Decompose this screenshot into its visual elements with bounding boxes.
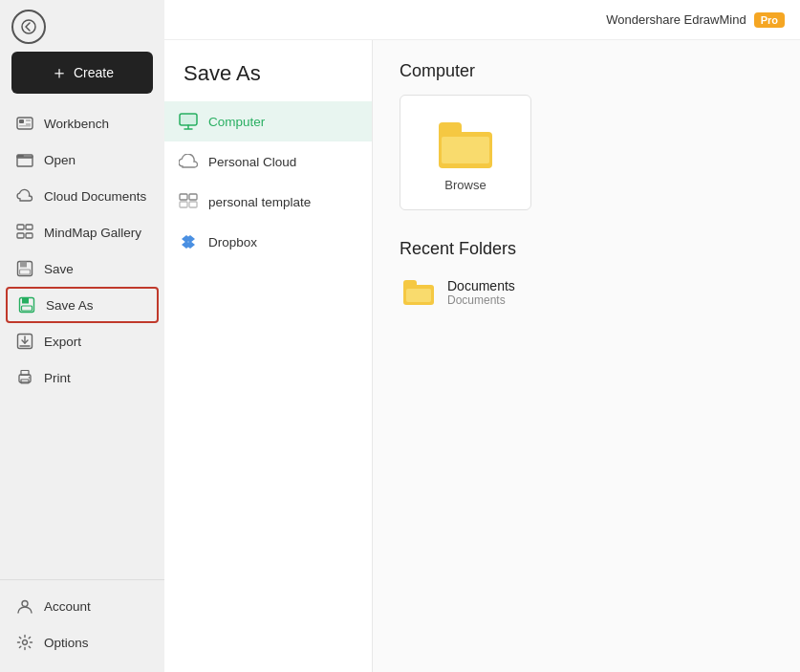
create-button[interactable]: ＋ Create — [11, 52, 153, 94]
save-label: Save — [44, 262, 74, 276]
sidebar-item-open[interactable]: Open — [0, 141, 164, 178]
options-icon — [15, 633, 34, 652]
svg-rect-29 — [189, 194, 197, 200]
print-icon — [15, 368, 34, 387]
brand-name: Wondershare EdrawMind — [606, 12, 746, 27]
svg-rect-17 — [22, 306, 32, 311]
svg-point-26 — [23, 640, 28, 645]
svg-point-25 — [22, 601, 28, 607]
personal-template-icon — [178, 191, 199, 212]
svg-rect-27 — [180, 114, 197, 125]
workbench-icon — [15, 114, 34, 133]
save-as-icon — [17, 295, 36, 314]
brand-area: Wondershare EdrawMind Pro — [606, 12, 785, 28]
browse-label: Browse — [444, 178, 486, 192]
export-label: Export — [44, 335, 81, 349]
browse-folder-icon — [439, 122, 492, 168]
personal-cloud-icon — [178, 151, 199, 172]
location-item-personal-cloud[interactable]: Personal Cloud — [164, 141, 372, 182]
mindmap-gallery-icon — [15, 223, 34, 242]
content-area: Save As Computer Personal Cl — [164, 40, 800, 672]
svg-rect-8 — [17, 225, 24, 229]
svg-rect-5 — [19, 125, 31, 127]
save-icon — [15, 259, 34, 278]
svg-rect-30 — [180, 202, 187, 207]
mindmap-gallery-label: MindMap Gallery — [44, 226, 141, 240]
computer-section-title: Computer — [400, 61, 773, 81]
svg-rect-10 — [17, 233, 24, 238]
options-label: Options — [44, 636, 89, 650]
location-item-personal-template[interactable]: personal template — [164, 182, 372, 222]
save-as-title: Save As — [164, 40, 372, 101]
svg-rect-1 — [17, 118, 32, 129]
recent-item-path: Documents — [447, 293, 515, 307]
recent-folders-title: Recent Folders — [400, 239, 773, 259]
location-label-dropbox: Dropbox — [208, 235, 257, 249]
browse-card[interactable]: Browse — [400, 95, 531, 210]
svg-rect-4 — [26, 123, 31, 125]
location-label-computer: Computer — [208, 115, 265, 129]
sidebar-item-workbench[interactable]: Workbench — [0, 105, 164, 141]
plus-icon: ＋ — [51, 61, 68, 84]
svg-rect-31 — [189, 202, 197, 207]
svg-rect-28 — [180, 194, 187, 200]
account-icon — [15, 596, 34, 616]
sidebar-nav: Workbench Open Cloud Documents — [0, 101, 164, 579]
back-button[interactable] — [11, 10, 46, 44]
location-item-computer[interactable]: Computer — [164, 101, 372, 141]
svg-rect-3 — [26, 119, 31, 121]
sidebar-item-save-as[interactable]: Save As — [6, 287, 159, 323]
sidebar-item-mindmap-gallery[interactable]: MindMap Gallery — [0, 214, 164, 250]
svg-rect-16 — [22, 298, 29, 304]
svg-point-24 — [29, 377, 31, 379]
open-label: Open — [44, 153, 76, 167]
svg-rect-9 — [26, 225, 32, 229]
svg-point-0 — [22, 20, 35, 33]
sidebar-item-export[interactable]: Export — [0, 323, 164, 359]
account-label: Account — [44, 599, 91, 614]
svg-rect-14 — [20, 270, 31, 274]
recent-item-info: Documents Documents — [447, 278, 515, 307]
recent-item-name: Documents — [447, 278, 515, 293]
sidebar-item-print[interactable]: Print — [0, 359, 164, 396]
cloud-documents-label: Cloud Documents — [44, 189, 146, 204]
location-label-personal-template: personal template — [208, 195, 311, 209]
cloud-documents-icon — [15, 186, 34, 206]
sidebar-header — [0, 0, 164, 52]
recent-folder-icon — [403, 280, 434, 305]
svg-rect-11 — [26, 233, 32, 238]
sidebar-bottom: Account Options — [0, 579, 164, 672]
location-item-dropbox[interactable]: Dropbox — [164, 222, 372, 262]
svg-rect-2 — [19, 119, 24, 123]
sidebar-item-save[interactable]: Save — [0, 250, 164, 287]
right-panel: Computer Browse Recent Folders — [373, 40, 800, 672]
create-label: Create — [74, 65, 114, 80]
top-bar: Wondershare EdrawMind Pro — [164, 0, 800, 40]
computer-icon — [178, 111, 199, 132]
middle-panel: Save As Computer Personal Cl — [164, 40, 373, 672]
export-icon — [15, 332, 34, 351]
location-label-personal-cloud: Personal Cloud — [208, 155, 296, 169]
workbench-label: Workbench — [44, 117, 109, 131]
sidebar: ＋ Create Workbench — [0, 0, 164, 672]
save-as-label: Save As — [46, 298, 94, 313]
sidebar-item-cloud-documents[interactable]: Cloud Documents — [0, 178, 164, 214]
sidebar-item-options[interactable]: Options — [0, 624, 164, 661]
main-area: Wondershare EdrawMind Pro Save As Comput… — [164, 0, 800, 672]
pro-badge: Pro — [754, 12, 785, 28]
svg-rect-13 — [20, 262, 27, 268]
dropbox-icon — [178, 231, 199, 252]
recent-item-documents[interactable]: Documents Documents — [400, 272, 773, 313]
print-label: Print — [44, 371, 71, 385]
open-icon — [15, 150, 34, 169]
sidebar-item-account[interactable]: Account — [0, 588, 164, 624]
